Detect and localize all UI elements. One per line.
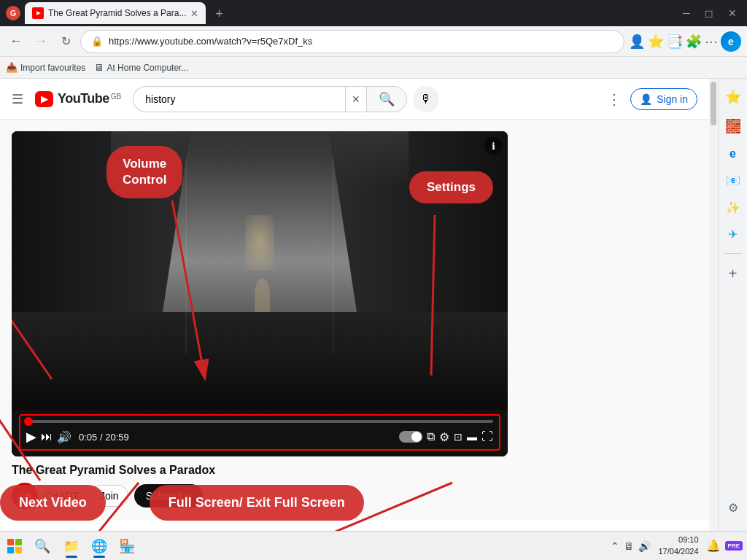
next-video-button[interactable]: ⏭ (41, 430, 53, 443)
extensions-icon[interactable]: 🧩 (686, 34, 702, 50)
windows-logo-icon (7, 539, 22, 553)
play-button[interactable]: ▶ (26, 429, 36, 445)
lock-icon: 🔒 (91, 36, 103, 47)
more-menu-button[interactable]: ⋯ (705, 34, 718, 50)
panel-divider (724, 253, 742, 254)
pre-release-badge: PRE (725, 541, 743, 551)
tab-close-icon[interactable]: ✕ (190, 8, 198, 19)
clock-display[interactable]: 09:10 17/04/2024 (655, 534, 701, 557)
minimize-button[interactable]: ─ (678, 7, 694, 19)
refresh-button[interactable]: ↻ (55, 31, 76, 52)
clock-time: 09:10 (678, 534, 699, 545)
taskbar: 🔍 📁 🌐 🏪 ⌃ 🖥 🔊 09:10 17/04/2024 🔔 PRE (0, 531, 747, 560)
favorites-panel-icon[interactable]: ⭐ (721, 85, 746, 109)
forward-button[interactable]: → (31, 31, 51, 52)
volume-button[interactable]: 🔊 (57, 430, 71, 444)
address-bar[interactable]: 🔒 https://www.youtube.com/watch?v=r5Qe7x… (80, 30, 624, 53)
search-clear-button[interactable]: ✕ (345, 86, 366, 112)
youtube-main: ℹ Volume Control Settings Play/Pause (0, 120, 709, 521)
controls-outline: ▶ ⏭ 🔊 0:05 / 20:59 (19, 414, 500, 451)
search-input[interactable] (133, 86, 345, 112)
sign-in-button[interactable]: 👤 Sign in (630, 88, 697, 110)
taskbar-items: 📁 🌐 🏪 (58, 533, 140, 559)
tab-favicon: ▶ (32, 7, 44, 19)
hamburger-menu-icon[interactable]: ☰ (12, 91, 23, 107)
tray-volume-icon[interactable]: 🔊 (638, 540, 651, 552)
new-tab-button[interactable]: + (209, 4, 229, 24)
browser-action-buttons: 👤 ⭐ 📑 🧩 ⋯ e (629, 31, 741, 52)
back-button[interactable]: ← (6, 31, 26, 52)
window-controls: ─ ◻ ✕ (678, 7, 741, 19)
toggle-thumb (411, 432, 422, 442)
settings-annotation: Settings (409, 171, 493, 203)
telegram-panel-icon[interactable]: ✈ (724, 223, 742, 246)
search-submit-button[interactable]: 🔍 (366, 86, 407, 112)
youtube-country-code: GB (111, 93, 121, 101)
browser-content: ☰ ▶ YouTube GB ✕ 🔍 🎙 ⋮ 👤 Sign in (0, 79, 709, 531)
navigation-bar: ← → ↻ 🔒 https://www.youtube.com/watch?v=… (0, 26, 747, 57)
fullscreen-button[interactable]: ⛶ (481, 430, 493, 443)
taskbar-edge-browser[interactable]: 🌐 (86, 533, 112, 559)
bookmark-at-home-computer[interactable]: 🖥 At Home Computer... (94, 62, 188, 73)
scrollbar[interactable] (709, 79, 718, 531)
video-controls-wrapper: ▶ ⏭ 🔊 0:05 / 20:59 (12, 410, 508, 456)
collections-icon[interactable]: 📑 (667, 34, 683, 50)
video-info-button[interactable]: ℹ (484, 137, 502, 155)
progress-bar[interactable] (26, 420, 493, 423)
settings-button[interactable]: ⚙ (439, 430, 449, 444)
video-title: The Great Pyramid Solves a Paradox (12, 464, 508, 477)
video-frame[interactable]: ℹ Volume Control Settings Play/Pause (12, 131, 508, 410)
scrollbar-thumb[interactable] (711, 82, 716, 125)
person-icon: 👤 (640, 93, 652, 105)
voice-search-button[interactable]: 🎙 (413, 86, 439, 112)
edge-icon[interactable]: e (721, 31, 741, 52)
clock-date: 17/04/2024 (658, 546, 698, 557)
tray-chevron-icon[interactable]: ⌃ (611, 540, 619, 552)
search-form: ✕ 🔍 🎙 (133, 86, 439, 112)
taskbar-file-explorer[interactable]: 📁 (58, 533, 85, 559)
progress-thumb (24, 417, 33, 426)
active-tab[interactable]: ▶ The Great Pyramid Solves a Para... ✕ (25, 2, 206, 24)
browser-profile-icon[interactable]: G (6, 6, 20, 20)
tray-network-icon[interactable]: 🖥 (624, 540, 634, 552)
more-options-button[interactable]: ⋮ (604, 88, 624, 111)
volume-control-annotation: Volume Control (107, 146, 182, 198)
miniplayer-button[interactable]: ⊡ (454, 431, 462, 443)
taskbar-search[interactable]: 🔍 (29, 533, 55, 559)
browser-title-bar: G ▶ The Great Pyramid Solves a Para... ✕… (0, 0, 747, 26)
notification-bell-icon[interactable]: 🔔 (706, 539, 721, 553)
system-tray: ⌃ 🖥 🔊 (611, 540, 651, 552)
collections-panel-icon[interactable]: 🧱 (721, 114, 746, 139)
youtube-logo-icon: ▶ (35, 91, 53, 107)
profile-icon[interactable]: 👤 (629, 34, 645, 50)
tab-title: The Great Pyramid Solves a Para... (48, 8, 186, 18)
add-panel-button[interactable]: + (724, 261, 742, 287)
bookmarks-bar: 📥 Import favourites 🖥 At Home Computer..… (0, 57, 747, 79)
maximize-button[interactable]: ◻ (700, 7, 718, 19)
copilot-panel-icon[interactable]: ✨ (721, 196, 745, 219)
settings-panel-button[interactable]: ⚙ (724, 497, 743, 519)
controls-row: ▶ ⏭ 🔊 0:05 / 20:59 (26, 429, 493, 445)
youtube-logo[interactable]: ▶ YouTube GB (35, 91, 121, 107)
youtube-header: ☰ ▶ YouTube GB ✕ 🔍 🎙 ⋮ 👤 Sign in (0, 79, 709, 120)
subtitles-button[interactable]: ⧉ (427, 430, 435, 443)
outlook-panel-icon[interactable]: 📧 (721, 169, 745, 192)
theater-mode-button[interactable]: ▬ (467, 431, 477, 443)
autoplay-toggle[interactable] (399, 431, 422, 443)
video-player-container: ℹ Volume Control Settings Play/Pause (12, 131, 508, 456)
import-icon: 📥 (6, 62, 18, 73)
taskbar-store[interactable]: 🏪 (114, 533, 140, 559)
toggle-track (399, 431, 422, 443)
bottom-annotations: Next Video Full Screen/ Exit Full Screen (0, 479, 709, 521)
side-panel: ⭐ 🧱 e 📧 ✨ ✈ + ⚙ (718, 79, 747, 531)
favourites-icon[interactable]: ⭐ (648, 34, 664, 50)
close-button[interactable]: ✕ (724, 7, 741, 19)
bookmark-import-favourites[interactable]: 📥 Import favourites (6, 62, 85, 73)
tab-bar: ▶ The Great Pyramid Solves a Para... ✕ + (25, 2, 674, 24)
edge-panel-icon[interactable]: e (725, 143, 740, 165)
start-button[interactable] (0, 532, 29, 561)
next-video-annotation: Next Video (0, 485, 106, 521)
header-actions: ⋮ 👤 Sign in (604, 88, 697, 111)
monitor-icon: 🖥 (94, 62, 104, 73)
url-text: https://www.youtube.com/watch?v=r5Qe7xDf… (109, 36, 614, 47)
